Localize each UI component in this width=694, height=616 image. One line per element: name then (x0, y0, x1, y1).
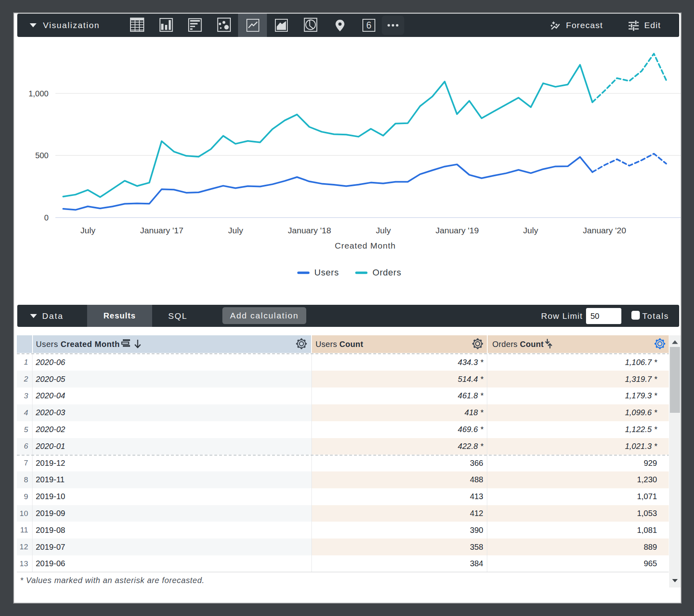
svg-text:500: 500 (35, 151, 49, 160)
svg-text:0: 0 (44, 213, 49, 222)
svg-text:January '17: January '17 (140, 226, 183, 235)
svg-text:January '20: January '20 (583, 226, 626, 235)
svg-text:January '19: January '19 (436, 226, 479, 235)
svg-text:Orders: Orders (372, 267, 401, 277)
svg-text:Users: Users (314, 267, 339, 277)
svg-text:July: July (228, 226, 243, 235)
svg-text:1,000: 1,000 (28, 89, 49, 98)
svg-text:July: July (523, 226, 538, 235)
svg-text:July: July (376, 226, 391, 235)
svg-text:Created Month: Created Month (335, 241, 396, 250)
svg-text:July: July (80, 226, 96, 235)
svg-text:January '18: January '18 (288, 226, 331, 235)
svg-text:6: 6 (366, 20, 372, 31)
